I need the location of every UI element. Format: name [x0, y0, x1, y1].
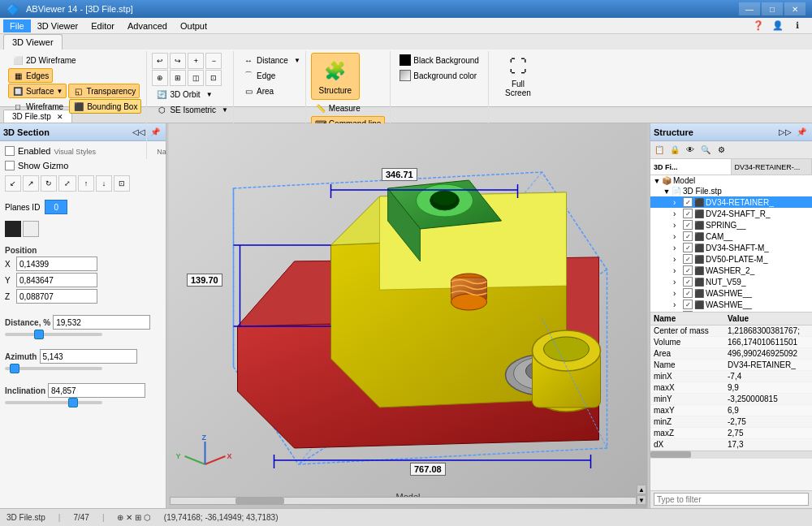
tree-expand-7[interactable]: › [673, 278, 683, 287]
filter-input[interactable] [654, 493, 809, 506]
btn-bg-color[interactable]: Background color [395, 68, 481, 83]
tree-check-2[interactable]: ✓ [683, 220, 693, 230]
nav-btn-3[interactable]: + [188, 53, 204, 69]
tool-btn-3[interactable]: ↻ [41, 175, 57, 192]
tree-expand-5[interactable]: › [673, 255, 683, 264]
btn-surface[interactable]: 🔲 Surface ▼ [8, 84, 67, 98]
tree-item-0[interactable]: › ✓ ⬛ DV34-RETAINER_ [650, 196, 812, 208]
tool-btn-6[interactable]: ↓ [96, 175, 112, 192]
tree-item-7[interactable]: › ✓ ⬛ NUT_V59_ [650, 276, 812, 287]
color-block-dark[interactable] [5, 221, 21, 237]
maximize-button[interactable]: □ [762, 2, 783, 15]
scroll-dn-btn[interactable]: ▼ [637, 495, 646, 505]
tree-view[interactable]: ▼ 📦 Model ▼ 📄 3D File.stp › ✓ ⬛ DV34-RET… [650, 175, 812, 312]
tree-item-file[interactable]: ▼ 📄 3D File.stp [650, 186, 812, 196]
tree-check-7[interactable]: ✓ [683, 277, 693, 287]
tree-item-5[interactable]: › ✓ ⬛ DV50-PLATE-M_ [650, 253, 812, 265]
btn-structure[interactable]: 🧩 Structure [311, 53, 360, 100]
pos-z-input[interactable] [16, 289, 97, 304]
azimuth-input[interactable] [40, 349, 137, 364]
nav-btn-1[interactable]: ↩ [152, 53, 168, 69]
tree-check-5[interactable]: ✓ [683, 254, 693, 264]
info-button[interactable]: ℹ [789, 19, 806, 33]
inclination-input[interactable] [48, 383, 145, 398]
gizmo-checkbox[interactable] [5, 161, 15, 170]
btn-measure-panel[interactable]: 📏 Measure [311, 101, 365, 115]
tree-item-3[interactable]: › ✓ ⬛ CAM__ [650, 231, 812, 242]
struct-tab-1[interactable]: 3D Fi... [650, 159, 732, 175]
nav-btn-4[interactable]: − [205, 53, 222, 69]
inclination-slider-thumb[interactable] [68, 398, 78, 407]
btn-black-bg[interactable]: Black Background [395, 53, 483, 67]
menu-output[interactable]: Output [174, 19, 214, 32]
tree-item-1[interactable]: › ✓ ⬛ DV24-SHAFT_R_ [650, 208, 812, 219]
tree-item-6[interactable]: › ✓ ⬛ WASHER_2_ [650, 265, 812, 276]
azimuth-slider-thumb[interactable] [10, 364, 19, 373]
help-button[interactable]: ❓ [750, 19, 767, 33]
minimize-button[interactable]: — [739, 2, 760, 15]
btn-area[interactable]: ▭ Area [239, 84, 278, 98]
tool-btn-1[interactable]: ↙ [5, 175, 21, 192]
orbit-dropdown[interactable]: ▼ [206, 91, 213, 98]
tree-check-3[interactable]: ✓ [683, 231, 693, 241]
menu-3dviewer[interactable]: 3D Viewer [31, 19, 85, 32]
btn-wireframe[interactable]: □ Wireframe [8, 99, 67, 114]
tree-item-9[interactable]: › ✓ ⬛ WASHWE__ [650, 299, 812, 310]
nav-btn-8[interactable]: ⊡ [205, 70, 222, 86]
tool-btn-4[interactable]: ⤢ [58, 175, 76, 192]
struct-tool-1[interactable]: 📋 [652, 143, 667, 157]
struct-tool-5[interactable]: ⚙ [714, 143, 728, 157]
struct-pin-btn[interactable]: 📌 [794, 125, 809, 140]
btn-3d-orbit[interactable]: 🔄 3D Orbit [152, 87, 204, 101]
tree-expand-file[interactable]: ▼ [662, 188, 672, 196]
tree-check-8[interactable]: ✓ [683, 288, 693, 298]
scroll-up-btn[interactable]: ▲ [637, 485, 646, 494]
tab-3dviewer[interactable]: 3D Viewer [3, 34, 63, 50]
nav-btn-7[interactable]: ◫ [188, 70, 204, 86]
pos-x-input[interactable] [16, 257, 97, 271]
distance-dropdown[interactable]: ▼ [294, 57, 300, 64]
btn-bounding-box[interactable]: ⬛ Bounding Box [69, 99, 141, 114]
btn-edge[interactable]: ⌒ Edge [239, 68, 279, 83]
distance-input[interactable] [53, 315, 150, 330]
tree-expand-8[interactable]: › [673, 289, 683, 298]
nav-btn-6[interactable]: ⊞ [170, 70, 186, 86]
tree-expand-1[interactable]: › [673, 209, 683, 218]
tree-item-8[interactable]: › ✓ ⬛ WASHWE__ [650, 287, 812, 299]
struct-tab-2[interactable]: DV34-RETAINER-... [732, 159, 813, 175]
tree-check-6[interactable]: ✓ [683, 265, 693, 275]
prop-hscroll[interactable] [650, 451, 812, 459]
tree-expand-model[interactable]: ▼ [652, 177, 662, 185]
iso-dropdown[interactable]: ▼ [222, 106, 228, 114]
struct-tool-3[interactable]: 👁 [683, 143, 698, 157]
tree-check-9[interactable]: ✓ [683, 300, 693, 309]
distance-slider-thumb[interactable] [34, 330, 44, 339]
tree-expand-3[interactable]: › [673, 232, 683, 241]
tree-expand-0[interactable]: › [673, 198, 683, 207]
tree-expand-2[interactable]: › [673, 221, 683, 230]
tree-item-2[interactable]: › ✓ ⬛ SPRING__ [650, 219, 812, 231]
tree-check-1[interactable]: ✓ [683, 209, 693, 218]
tree-expand-9[interactable]: › [673, 300, 683, 309]
btn-se-isometric[interactable]: ⬡ SE Isometric [152, 102, 220, 117]
btn-2d-wireframe[interactable]: ⬜ 2D Wireframe [8, 53, 80, 67]
struct-collapse-btn[interactable]: ▷▷ [778, 125, 793, 140]
tool-btn-2[interactable]: ↗ [23, 175, 39, 192]
pos-y-input[interactable] [16, 273, 97, 287]
tool-btn-5[interactable]: ↑ [78, 175, 94, 192]
struct-tool-2[interactable]: 🔒 [667, 143, 682, 157]
menu-editor[interactable]: Editor [84, 19, 121, 32]
menu-advanced[interactable]: Advanced [121, 19, 174, 32]
account-button[interactable]: 👤 [770, 19, 786, 33]
tree-check-0[interactable]: ✓ [683, 197, 693, 207]
tool-btn-7[interactable]: ⊡ [114, 175, 130, 192]
tree-expand-6[interactable]: › [673, 266, 683, 275]
nav-btn-5[interactable]: ⊕ [152, 70, 168, 86]
tree-item-4[interactable]: › ✓ ⬛ DV34-SHAFT-M_ [650, 242, 812, 253]
btn-edges[interactable]: ▦ Edges [8, 68, 53, 83]
color-block-light[interactable] [23, 221, 39, 237]
tree-check-4[interactable]: ✓ [683, 243, 693, 252]
nav-btn-2[interactable]: ↪ [170, 53, 186, 69]
viewport[interactable]: X Y Z 139.70 346.71 767.08 Model ▲ ▼ [166, 123, 650, 508]
struct-tool-4[interactable]: 🔍 [698, 143, 713, 157]
